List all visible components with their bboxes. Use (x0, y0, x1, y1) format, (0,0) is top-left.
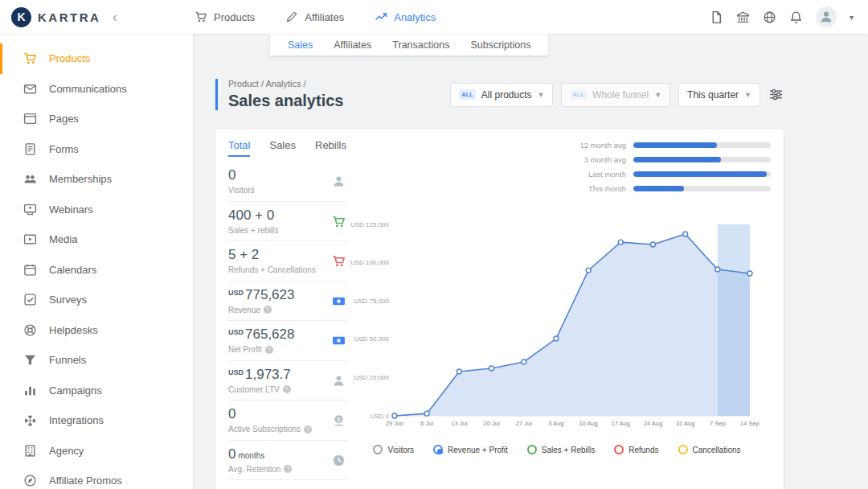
sidebar-item-integrations[interactable]: Integrations (0, 405, 193, 436)
sidebar-item-campaigns[interactable]: Campaigns (0, 376, 193, 406)
legend-radio-icon (433, 445, 443, 454)
stat-number: 0 (228, 446, 235, 462)
filter-settings-icon[interactable] (768, 87, 784, 102)
stat-row: 400 + 0Sales + rebills (228, 202, 347, 242)
stat-value: USD765,628 (228, 327, 347, 343)
help-icon[interactable]: ? (284, 465, 292, 473)
all-badge: ALL (459, 89, 476, 100)
bank-icon[interactable] (736, 10, 750, 24)
avg-bar-row: Last month (563, 170, 771, 179)
browser-icon (23, 112, 37, 125)
avg-bar-row: 3 month avg (563, 155, 771, 164)
sidebar-item-webinars[interactable]: Webinars (0, 195, 193, 225)
sidebar-item-surveys[interactable]: Surveys (0, 285, 193, 315)
globe-icon[interactable] (763, 10, 776, 24)
legend-item-sales-rebills[interactable]: Sales + Rebills (527, 445, 595, 454)
legend-item-visitors[interactable]: Visitors (373, 445, 414, 454)
cart-icon (332, 254, 346, 268)
top-nav-analytics[interactable]: Analytics (375, 10, 436, 23)
stat-label-text: Customer LTV (228, 385, 280, 394)
sidebar-item-forms[interactable]: Forms (0, 134, 193, 165)
stat-value: 0months (228, 446, 347, 462)
clock-icon (332, 454, 346, 467)
svg-text:14 Sep: 14 Sep (740, 420, 760, 427)
sidebar-item-affiliate-promos[interactable]: Affiliate Promos (0, 466, 193, 489)
avg-bar-fill (633, 186, 684, 191)
sidebar-item-memberships[interactable]: Memberships (0, 164, 193, 195)
average-bars: 12 month avg3 month avgLast monthThis mo… (563, 141, 771, 199)
sidebar-item-communications[interactable]: Communications (0, 74, 193, 105)
help-icon[interactable]: ? (283, 385, 291, 393)
sidebar-item-label: Surveys (49, 294, 87, 306)
building-icon (23, 444, 37, 458)
wallet-icon (332, 334, 346, 347)
top-nav-affiliates[interactable]: Affiliates (285, 10, 344, 23)
sidebar-item-helpdesks[interactable]: Helpdesks (0, 315, 193, 346)
puzzle-icon (23, 413, 37, 427)
svg-text:6 Jul: 6 Jul (420, 420, 433, 427)
top-nav-products[interactable]: Products (194, 10, 255, 23)
subtab-affiliates[interactable]: Affiliates (334, 34, 371, 55)
chart-legend: VisitorsRevenue + ProfitSales + RebillsR… (348, 445, 766, 454)
campaign-icon (23, 384, 37, 397)
sidebar-collapse-chevron-icon[interactable]: ‹ (113, 10, 117, 24)
stat-label-text: Refunds + Cancellations (228, 265, 316, 274)
filters: ALL All products ▼ ALL Whole funnel ▼ Th… (450, 83, 784, 107)
card-tabs: TotalSalesRebills (228, 139, 346, 157)
help-icon[interactable]: ? (304, 425, 312, 434)
stat-label-text: Net Profit (228, 345, 262, 354)
sidebar-item-funnels[interactable]: Funnels (0, 345, 193, 376)
stat-number: 775,623 (245, 287, 294, 302)
card-tab-total[interactable]: Total (228, 139, 250, 157)
legend-label: Revenue + Profit (448, 446, 508, 454)
avg-bar-row: 12 month avg (563, 141, 771, 150)
account-chevron-down-icon[interactable]: ▾ (850, 13, 854, 22)
legend-item-refunds[interactable]: Refunds (614, 445, 658, 454)
svg-text:7 Sep: 7 Sep (710, 420, 726, 427)
sidebar-item-pages[interactable]: Pages (0, 104, 193, 134)
stat-number: 765,628 (245, 327, 294, 342)
bell-icon[interactable] (789, 10, 803, 24)
form-icon (23, 142, 37, 156)
stat-label: Active Subscriptions? (228, 425, 347, 434)
stat-number: 5 + 2 (228, 247, 259, 262)
funnel-filter-value: Whole funnel (592, 89, 649, 101)
stat-label: Refunds + Cancellations (228, 265, 347, 274)
avg-bar-fill (633, 171, 767, 177)
brand-logo[interactable]: K KARTRA (0, 7, 103, 27)
stat-label-text: Visitors (228, 186, 255, 195)
subtab-subscriptions[interactable]: Subscriptions (470, 34, 530, 55)
subtab-sales[interactable]: Sales (288, 34, 313, 55)
card-tab-rebills[interactable]: Rebills (315, 139, 346, 157)
stat-label-text: Active Subscriptions (228, 425, 301, 434)
period-filter-dropdown[interactable]: This quarter ▼ (678, 83, 760, 107)
stat-value: USD775,623 (228, 287, 347, 303)
media-icon (23, 232, 37, 246)
sidebar-item-agency[interactable]: Agency (0, 436, 193, 466)
subtab-transactions[interactable]: Transactions (392, 34, 449, 55)
svg-text:31 Aug: 31 Aug (676, 420, 694, 427)
avg-bar-label: This month (563, 184, 626, 193)
legend-item-cancellations[interactable]: Cancellations (678, 445, 741, 454)
sidebar-item-media[interactable]: Media (0, 224, 193, 255)
stat-value: USD1,973.7 (228, 367, 347, 383)
avg-bar-fill (633, 157, 721, 162)
page-title: Sales analytics (228, 92, 343, 110)
svg-text:24 Aug: 24 Aug (644, 420, 662, 427)
helpdesk-icon (23, 323, 37, 337)
svg-text:USD 75,000: USD 75,000 (354, 298, 389, 305)
help-icon[interactable]: ? (265, 346, 273, 354)
legend-item-revenue-profit[interactable]: Revenue + Profit (433, 445, 508, 454)
product-filter-dropdown[interactable]: ALL All products ▼ (450, 83, 553, 107)
funnel-filter-dropdown[interactable]: ALL Whole funnel ▼ (561, 83, 670, 107)
sidebar-item-products[interactable]: Products (0, 43, 193, 74)
avatar[interactable] (816, 6, 837, 27)
breadcrumb[interactable]: Product / Analytics / (228, 79, 343, 88)
webinar-icon (23, 203, 37, 216)
document-icon[interactable] (710, 10, 723, 24)
svg-text:USD 25,000: USD 25,000 (354, 374, 389, 381)
card-tab-sales[interactable]: Sales (269, 139, 296, 157)
sidebar-item-label: Funnels (49, 354, 86, 366)
sidebar-item-calendars[interactable]: Calendars (0, 255, 193, 286)
help-icon[interactable]: ? (264, 306, 272, 314)
